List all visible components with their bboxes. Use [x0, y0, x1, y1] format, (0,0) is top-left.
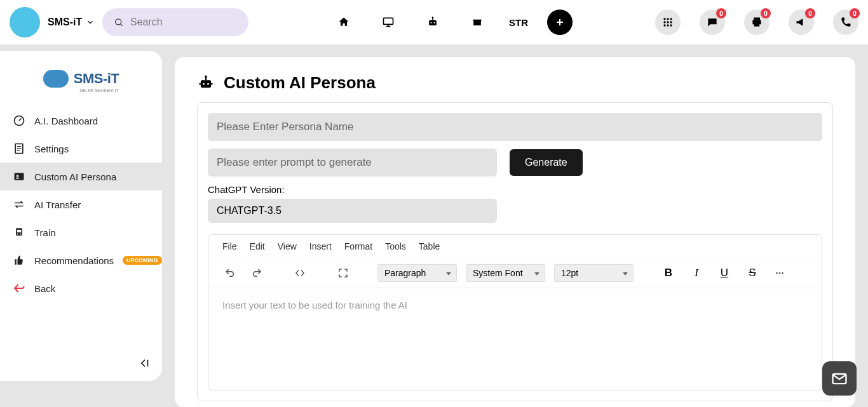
- str-button[interactable]: STR: [509, 17, 528, 28]
- sidebar-item-transfer[interactable]: AI Transfer: [0, 190, 162, 218]
- chat-icon[interactable]: 0: [700, 10, 725, 35]
- block-format-select[interactable]: Paragraph: [377, 264, 457, 282]
- svg-point-0: [116, 19, 121, 25]
- page-title: Custom AI Persona: [224, 73, 376, 93]
- editor-body[interactable]: Insert your text to be used for training…: [208, 288, 822, 390]
- svg-rect-2: [384, 18, 393, 24]
- generate-button[interactable]: Generate: [510, 149, 583, 176]
- store-icon[interactable]: [465, 10, 490, 35]
- font-family-select[interactable]: System Font: [466, 264, 545, 282]
- menu-edit[interactable]: Edit: [250, 241, 265, 251]
- svg-rect-32: [16, 178, 19, 179]
- version-select[interactable]: CHATGPT-3.5: [208, 199, 497, 223]
- apps-icon[interactable]: [655, 10, 681, 35]
- svg-point-14: [667, 18, 668, 20]
- svg-point-19: [663, 24, 665, 26]
- main-area: Custom AI Persona Generate ChatGPT Versi…: [162, 44, 868, 407]
- logo-main-text: SMS-iT: [74, 70, 119, 87]
- id-card-icon: [13, 170, 25, 183]
- sidebar: SMS-iT SE-Mi Sentient iT A.I. Dashboard …: [0, 51, 162, 381]
- menu-insert[interactable]: Insert: [309, 241, 332, 251]
- more-button[interactable]: [771, 264, 789, 282]
- header-icons: STR: [331, 10, 573, 35]
- sidebar-nav: A.I. Dashboard Settings Custom AI Person…: [0, 107, 162, 302]
- home-icon[interactable]: [331, 10, 356, 35]
- svg-point-39: [203, 83, 205, 84]
- document-icon: [13, 142, 25, 155]
- sidebar-item-train[interactable]: Train: [0, 218, 162, 246]
- avatar[interactable]: [10, 7, 40, 37]
- svg-point-9: [432, 17, 434, 18]
- editor-menubar: File Edit View Insert Format Tools Table: [208, 235, 822, 258]
- svg-point-15: [670, 18, 672, 20]
- announce-badge: 0: [805, 8, 815, 18]
- svg-rect-5: [429, 20, 437, 25]
- menu-view[interactable]: View: [278, 241, 297, 251]
- gauge-icon: [13, 114, 25, 127]
- brand-dropdown[interactable]: SMS-iT: [48, 17, 95, 28]
- chat-badge: 0: [716, 8, 726, 18]
- fullscreen-button[interactable]: [334, 264, 352, 282]
- transfer-icon: [13, 198, 25, 211]
- header-right-icons: 0 0 0 0: [655, 10, 858, 35]
- persona-name-input[interactable]: [208, 113, 822, 141]
- undo-button[interactable]: [221, 264, 239, 282]
- svg-point-20: [667, 24, 668, 26]
- sidebar-item-persona[interactable]: Custom AI Persona: [0, 163, 162, 190]
- redo-button[interactable]: [248, 264, 266, 282]
- svg-point-47: [782, 272, 783, 274]
- underline-button[interactable]: U: [715, 264, 734, 283]
- menu-format[interactable]: Format: [344, 241, 372, 251]
- svg-rect-38: [201, 80, 211, 88]
- robot-icon[interactable]: [420, 10, 445, 35]
- sidebar-item-settings[interactable]: Settings: [0, 135, 162, 163]
- sidebar-item-recommendations[interactable]: Recommendations UPCOMING: [0, 246, 162, 274]
- italic-button[interactable]: I: [687, 264, 706, 283]
- svg-point-21: [670, 24, 672, 26]
- sidebar-item-label: AI Transfer: [34, 199, 81, 210]
- svg-rect-36: [17, 230, 22, 232]
- font-size-select[interactable]: 12pt: [554, 264, 634, 282]
- form-card: Generate ChatGPT Version: CHATGPT-3.5 Fi…: [197, 102, 833, 401]
- phone-badge: 0: [850, 8, 860, 18]
- menu-tools[interactable]: Tools: [385, 241, 406, 251]
- help-bubble[interactable]: [822, 361, 857, 396]
- sidebar-item-label: Settings: [34, 143, 69, 154]
- sidebar-item-back[interactable]: Back: [0, 274, 162, 302]
- print-badge: 0: [761, 8, 771, 18]
- svg-point-7: [434, 22, 435, 23]
- prompt-input[interactable]: [208, 149, 497, 177]
- page-title-row: Custom AI Persona: [197, 73, 833, 93]
- editor-toolbar: Paragraph System Font 12pt B I U S: [208, 258, 822, 288]
- add-button[interactable]: [547, 10, 573, 35]
- bold-button[interactable]: B: [659, 264, 678, 283]
- sidebar-item-label: Recommendations: [34, 255, 114, 266]
- desktop-icon[interactable]: [376, 10, 401, 35]
- svg-point-31: [17, 175, 18, 177]
- announce-icon[interactable]: 0: [789, 10, 814, 35]
- thumbs-up-icon: [13, 254, 25, 267]
- sidebar-collapse-button[interactable]: [139, 357, 151, 371]
- version-label: ChatGPT Version:: [208, 184, 822, 195]
- svg-point-45: [776, 272, 778, 274]
- back-arrow-icon: [13, 282, 25, 295]
- svg-rect-30: [15, 173, 24, 180]
- sidebar-item-label: A.I. Dashboard: [34, 116, 98, 126]
- svg-point-46: [779, 272, 781, 274]
- svg-rect-24: [754, 23, 759, 27]
- code-button[interactable]: [291, 264, 309, 282]
- phone-icon[interactable]: 0: [833, 10, 858, 35]
- menu-file[interactable]: File: [222, 241, 237, 251]
- strikethrough-button[interactable]: S: [743, 264, 762, 283]
- search-input[interactable]: [130, 17, 237, 28]
- svg-rect-22: [754, 18, 760, 20]
- cloud-icon: [43, 70, 69, 88]
- svg-rect-10: [473, 22, 481, 25]
- menu-table[interactable]: Table: [419, 241, 440, 251]
- sidebar-item-dashboard[interactable]: A.I. Dashboard: [0, 107, 162, 135]
- robot-icon: [197, 74, 215, 92]
- search-wrapper[interactable]: [102, 8, 248, 36]
- svg-line-1: [121, 24, 123, 26]
- print-icon[interactable]: 0: [744, 10, 770, 35]
- rich-text-editor: File Edit View Insert Format Tools Table: [208, 234, 822, 390]
